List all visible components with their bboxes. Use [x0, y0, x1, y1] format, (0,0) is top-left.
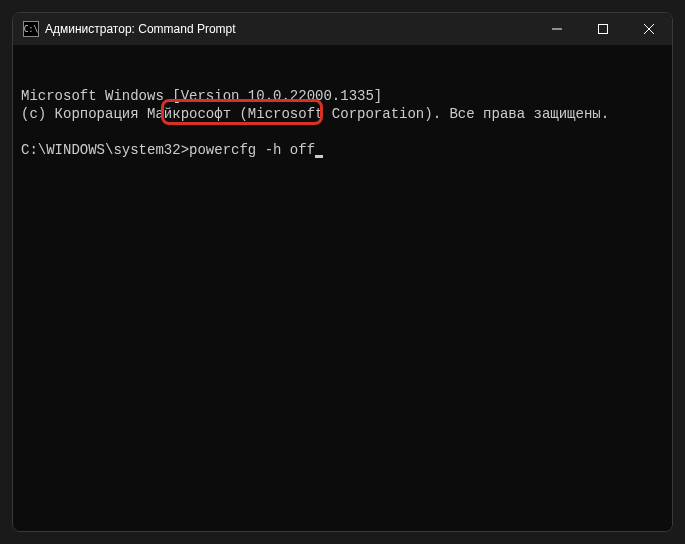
- close-button[interactable]: [626, 13, 672, 45]
- window-title: Администратор: Command Prompt: [45, 22, 534, 36]
- terminal-icon: C:\: [23, 21, 39, 37]
- terminal-area[interactable]: Microsoft Windows [Version 10.0.22000.13…: [13, 45, 672, 531]
- text-cursor: [315, 155, 323, 158]
- prompt-line: C:\WINDOWS\system32>powercfg -h off: [21, 141, 664, 159]
- version-line: Microsoft Windows [Version 10.0.22000.13…: [21, 87, 664, 105]
- maximize-button[interactable]: [580, 13, 626, 45]
- prompt-path: C:\WINDOWS\system32>: [21, 142, 189, 158]
- titlebar[interactable]: C:\ Администратор: Command Prompt: [13, 13, 672, 45]
- svg-rect-1: [599, 25, 608, 34]
- command-prompt-window: C:\ Администратор: Command Prompt Micros…: [12, 12, 673, 532]
- copyright-line: (c) Корпорация Майкрософт (Microsoft Cor…: [21, 105, 664, 123]
- minimize-button[interactable]: [534, 13, 580, 45]
- window-controls: [534, 13, 672, 45]
- typed-command: powercfg -h off: [189, 142, 315, 158]
- blank-line: [21, 123, 664, 141]
